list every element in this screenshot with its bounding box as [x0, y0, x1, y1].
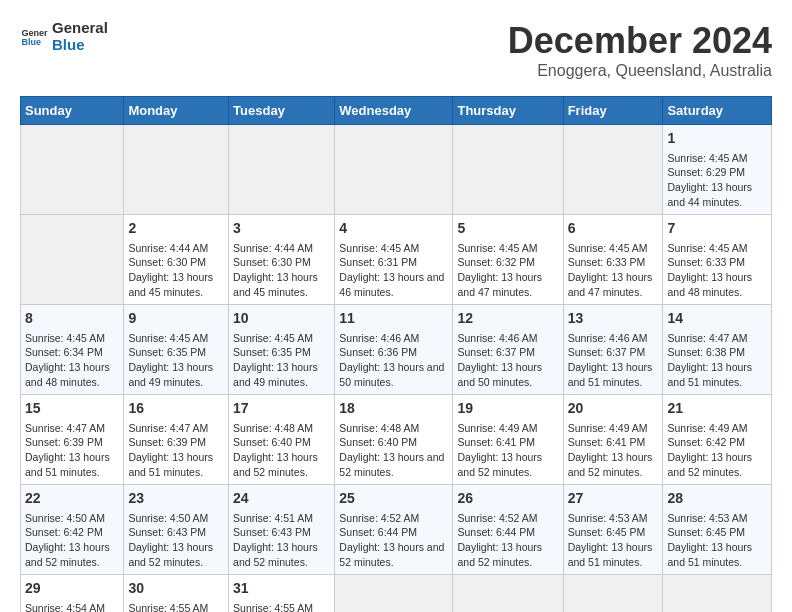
sunset-text: Sunset: 6:42 PM: [25, 526, 103, 538]
sunrise-text: Sunrise: 4:45 AM: [25, 332, 105, 344]
sunrise-text: Sunrise: 4:49 AM: [667, 422, 747, 434]
calendar-cell: 5Sunrise: 4:45 AMSunset: 6:32 PMDaylight…: [453, 215, 563, 305]
calendar-cell: 4Sunrise: 4:45 AMSunset: 6:31 PMDaylight…: [335, 215, 453, 305]
daylight-text: Daylight: 13 hours and 51 minutes.: [667, 541, 752, 568]
header-monday: Monday: [124, 97, 229, 125]
daylight-text: Daylight: 13 hours and 47 minutes.: [457, 271, 542, 298]
calendar-cell: 8Sunrise: 4:45 AMSunset: 6:34 PMDaylight…: [21, 305, 124, 395]
day-number: 23: [128, 489, 224, 509]
calendar-cell: 2Sunrise: 4:44 AMSunset: 6:30 PMDaylight…: [124, 215, 229, 305]
calendar-cell: 22Sunrise: 4:50 AMSunset: 6:42 PMDayligh…: [21, 485, 124, 575]
logo-line1: General: [52, 20, 108, 37]
sunrise-text: Sunrise: 4:49 AM: [457, 422, 537, 434]
calendar-cell: 29Sunrise: 4:54 AMSunset: 6:45 PMDayligh…: [21, 575, 124, 613]
logo-line2: Blue: [52, 37, 108, 54]
sunset-text: Sunset: 6:39 PM: [128, 436, 206, 448]
daylight-text: Daylight: 13 hours and 52 minutes.: [233, 541, 318, 568]
day-number: 3: [233, 219, 330, 239]
day-number: 2: [128, 219, 224, 239]
day-number: 12: [457, 309, 558, 329]
calendar-cell: [563, 125, 663, 215]
sunset-text: Sunset: 6:40 PM: [233, 436, 311, 448]
title-section: December 2024 Enoggera, Queensland, Aust…: [508, 20, 772, 80]
calendar-cell: [21, 125, 124, 215]
sunrise-text: Sunrise: 4:45 AM: [128, 332, 208, 344]
day-number: 8: [25, 309, 119, 329]
day-number: 30: [128, 579, 224, 599]
sunset-text: Sunset: 6:35 PM: [233, 346, 311, 358]
calendar-cell: 21Sunrise: 4:49 AMSunset: 6:42 PMDayligh…: [663, 395, 772, 485]
day-number: 14: [667, 309, 767, 329]
sunset-text: Sunset: 6:43 PM: [233, 526, 311, 538]
sunrise-text: Sunrise: 4:54 AM: [25, 602, 105, 612]
calendar-cell: 7Sunrise: 4:45 AMSunset: 6:33 PMDaylight…: [663, 215, 772, 305]
sunrise-text: Sunrise: 4:53 AM: [667, 512, 747, 524]
day-number: 22: [25, 489, 119, 509]
svg-text:Blue: Blue: [21, 37, 41, 47]
day-number: 9: [128, 309, 224, 329]
day-number: 6: [568, 219, 659, 239]
day-number: 19: [457, 399, 558, 419]
day-number: 25: [339, 489, 448, 509]
sunset-text: Sunset: 6:42 PM: [667, 436, 745, 448]
daylight-text: Daylight: 13 hours and 51 minutes.: [667, 361, 752, 388]
sunset-text: Sunset: 6:33 PM: [667, 256, 745, 268]
sunrise-text: Sunrise: 4:50 AM: [25, 512, 105, 524]
sunrise-text: Sunrise: 4:45 AM: [667, 152, 747, 164]
daylight-text: Daylight: 13 hours and 49 minutes.: [233, 361, 318, 388]
sunset-text: Sunset: 6:44 PM: [339, 526, 417, 538]
sunrise-text: Sunrise: 4:55 AM: [128, 602, 208, 612]
sunrise-text: Sunrise: 4:44 AM: [233, 242, 313, 254]
day-number: 31: [233, 579, 330, 599]
logo-icon: General Blue: [20, 23, 48, 51]
calendar-cell: 31Sunrise: 4:55 AMSunset: 6:46 PMDayligh…: [229, 575, 335, 613]
daylight-text: Daylight: 13 hours and 52 minutes.: [457, 541, 542, 568]
daylight-text: Daylight: 13 hours and 51 minutes.: [25, 451, 110, 478]
daylight-text: Daylight: 13 hours and 48 minutes.: [25, 361, 110, 388]
sunrise-text: Sunrise: 4:49 AM: [568, 422, 648, 434]
calendar-cell: [124, 125, 229, 215]
sunset-text: Sunset: 6:30 PM: [128, 256, 206, 268]
calendar-cell: 24Sunrise: 4:51 AMSunset: 6:43 PMDayligh…: [229, 485, 335, 575]
sunrise-text: Sunrise: 4:48 AM: [339, 422, 419, 434]
sunset-text: Sunset: 6:35 PM: [128, 346, 206, 358]
calendar-cell: 18Sunrise: 4:48 AMSunset: 6:40 PMDayligh…: [335, 395, 453, 485]
calendar-cell: 12Sunrise: 4:46 AMSunset: 6:37 PMDayligh…: [453, 305, 563, 395]
day-number: 11: [339, 309, 448, 329]
daylight-text: Daylight: 13 hours and 51 minutes.: [568, 541, 653, 568]
week-row-4: 15Sunrise: 4:47 AMSunset: 6:39 PMDayligh…: [21, 395, 772, 485]
calendar-cell: 26Sunrise: 4:52 AMSunset: 6:44 PMDayligh…: [453, 485, 563, 575]
sunrise-text: Sunrise: 4:47 AM: [667, 332, 747, 344]
calendar-cell: 30Sunrise: 4:55 AMSunset: 6:46 PMDayligh…: [124, 575, 229, 613]
sunset-text: Sunset: 6:45 PM: [667, 526, 745, 538]
calendar-cell: 28Sunrise: 4:53 AMSunset: 6:45 PMDayligh…: [663, 485, 772, 575]
day-number: 1: [667, 129, 767, 149]
day-number: 4: [339, 219, 448, 239]
daylight-text: Daylight: 13 hours and 52 minutes.: [128, 541, 213, 568]
svg-text:General: General: [21, 27, 48, 37]
sunrise-text: Sunrise: 4:53 AM: [568, 512, 648, 524]
daylight-text: Daylight: 13 hours and 45 minutes.: [233, 271, 318, 298]
calendar-cell: 27Sunrise: 4:53 AMSunset: 6:45 PMDayligh…: [563, 485, 663, 575]
day-number: 17: [233, 399, 330, 419]
sunset-text: Sunset: 6:29 PM: [667, 166, 745, 178]
sunset-text: Sunset: 6:34 PM: [25, 346, 103, 358]
daylight-text: Daylight: 13 hours and 52 minutes.: [339, 541, 444, 568]
day-number: 21: [667, 399, 767, 419]
header-wednesday: Wednesday: [335, 97, 453, 125]
sunrise-text: Sunrise: 4:45 AM: [233, 332, 313, 344]
sunrise-text: Sunrise: 4:45 AM: [457, 242, 537, 254]
day-number: 29: [25, 579, 119, 599]
sunset-text: Sunset: 6:31 PM: [339, 256, 417, 268]
page-header: General Blue General Blue December 2024 …: [20, 20, 772, 80]
day-number: 18: [339, 399, 448, 419]
sunset-text: Sunset: 6:37 PM: [568, 346, 646, 358]
calendar-cell: 23Sunrise: 4:50 AMSunset: 6:43 PMDayligh…: [124, 485, 229, 575]
calendar-cell: 15Sunrise: 4:47 AMSunset: 6:39 PMDayligh…: [21, 395, 124, 485]
header-thursday: Thursday: [453, 97, 563, 125]
sunrise-text: Sunrise: 4:55 AM: [233, 602, 313, 612]
calendar-cell: 19Sunrise: 4:49 AMSunset: 6:41 PMDayligh…: [453, 395, 563, 485]
sunrise-text: Sunrise: 4:44 AM: [128, 242, 208, 254]
calendar-cell: 16Sunrise: 4:47 AMSunset: 6:39 PMDayligh…: [124, 395, 229, 485]
calendar-cell: [335, 125, 453, 215]
